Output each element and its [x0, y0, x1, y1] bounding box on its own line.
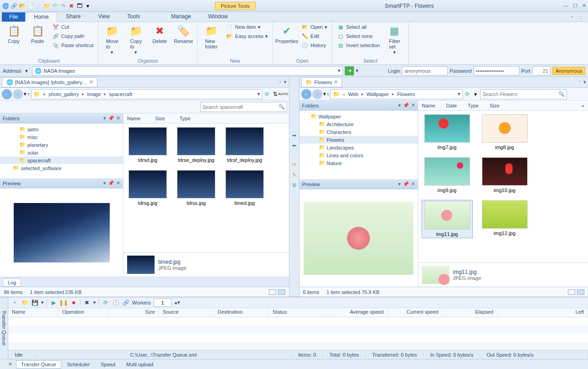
right-breadcrumb[interactable]: 📁 « Web ▸ Wallpaper ▸ Flowers ▾ — [330, 89, 463, 99]
view-icon[interactable]: ▾ — [472, 91, 479, 98]
qat-open-icon[interactable]: 📂 — [18, 2, 26, 10]
log-tab[interactable]: Log — [3, 278, 21, 287]
pin-icon[interactable]: 📌 — [108, 115, 114, 121]
tq-link-icon[interactable]: 🔗 — [122, 299, 129, 306]
tq-delete-icon[interactable]: ✖ — [83, 299, 91, 306]
nav-back-button[interactable]: ← — [2, 89, 12, 99]
tq-pause-icon[interactable]: ❚❚ — [60, 299, 67, 306]
tq-add-icon[interactable]: ＋ — [11, 299, 18, 306]
file-item[interactable]: tdrsf_deploy.jpg — [224, 127, 265, 163]
sync-icon[interactable]: ⇅ — [272, 91, 279, 98]
qat-new-icon[interactable]: 📄 — [27, 2, 34, 10]
tree-item[interactable]: 📁Architecture — [299, 120, 418, 128]
paste-button[interactable]: 📋Paste — [27, 23, 48, 45]
paste-shortcut-button[interactable]: 📎Paste shortcut — [50, 41, 95, 49]
file-item[interactable]: tdrss.jpg — [176, 170, 217, 206]
go-button[interactable]: ➜ — [345, 66, 354, 75]
tq-close-icon[interactable]: ✕ — [8, 361, 12, 367]
auto-icon[interactable]: AUTO — [280, 91, 287, 98]
tab-overflow-icon[interactable]: ⋮ ▾ — [278, 79, 287, 85]
panel-close-icon[interactable]: ✕ — [411, 181, 415, 187]
nav-history-icon[interactable]: ▾ — [323, 91, 326, 97]
file-item[interactable]: tdrse_deploy.jpg — [176, 127, 217, 163]
close-tab-icon[interactable]: ✕ — [334, 79, 338, 85]
crumb-item[interactable]: photo_gallery — [49, 91, 79, 97]
ribbon-collapse-icon[interactable]: ˄ — [571, 16, 573, 21]
sync-icon[interactable]: ⟳ — [290, 161, 298, 168]
right-search-box[interactable]: 🔍 — [480, 89, 567, 99]
easy-access-button[interactable]: 📂Easy access▾ — [224, 32, 270, 40]
tq-headers[interactable]: Name Operation Size Source Destination S… — [8, 308, 588, 317]
tree-item[interactable]: 📁Characters — [299, 128, 418, 136]
tq-play-icon[interactable]: ▶ — [50, 299, 57, 306]
transfer-queue-side-label[interactable]: Transfer Queue — [0, 297, 8, 359]
view-thumbs-icon[interactable] — [577, 289, 584, 295]
tab-transfer-queue[interactable]: Transfer Queue — [16, 360, 61, 369]
tab-tools[interactable]: Tools — [118, 11, 149, 21]
file-item[interactable]: tdrsg.jpg — [127, 170, 168, 206]
left-pane-tab[interactable]: 🌐 [NASA Images] /photo_gallery… ✕ — [2, 77, 97, 87]
close-button[interactable]: ✕ — [582, 3, 586, 9]
left-column-headers[interactable]: NameSizeType — [123, 113, 289, 123]
panel-close-icon[interactable]: ✕ — [411, 102, 415, 108]
history-button[interactable]: 🕘History — [299, 41, 329, 49]
qat-delete-icon[interactable]: ✖ — [68, 2, 75, 10]
right-column-headers[interactable]: NameDateTypeSize» — [418, 101, 588, 111]
login-password-input[interactable] — [474, 66, 519, 75]
file-item[interactable]: img8.jpg — [480, 114, 530, 150]
nav-up-icon[interactable]: ↑ — [327, 91, 330, 97]
login-port-input[interactable] — [532, 66, 551, 75]
address-history-icon[interactable]: ▾ — [356, 68, 358, 74]
address-chevron-icon[interactable]: ▾ — [338, 68, 341, 74]
tree-item[interactable]: 📁misc — [0, 133, 123, 141]
tq-workers-input[interactable] — [154, 299, 172, 307]
file-item[interactable]: img11.jpg — [422, 200, 472, 238]
tq-workers-spinner[interactable]: ▴▾ — [175, 299, 180, 305]
panel-dropdown-icon[interactable]: ▾ — [398, 102, 401, 108]
nav-forward-button[interactable]: → — [13, 89, 23, 99]
search-icon[interactable]: 🔍 — [278, 104, 285, 110]
tab-scheduler[interactable]: Scheduler — [62, 360, 95, 369]
left-search-box[interactable]: 🔍 — [200, 102, 287, 112]
edit-button[interactable]: ✏️Edit — [299, 32, 329, 40]
left-breadcrumb[interactable]: 📁 ▸ photo_gallery ▸ image ▸ spacecraft ▾ — [31, 89, 262, 99]
select-none-button[interactable]: ▢Select none — [335, 32, 382, 40]
compare-icon[interactable]: ✎ — [290, 171, 298, 178]
nav-forward-button[interactable]: → — [312, 89, 322, 99]
crumb-item[interactable]: image — [87, 91, 101, 97]
tab-view[interactable]: View — [89, 11, 118, 21]
maximize-button[interactable]: ☐ — [573, 3, 577, 9]
tree-item[interactable]: 📁selected_software — [0, 164, 123, 172]
grid-icon[interactable]: ⊞ — [290, 181, 298, 188]
crumb-item[interactable]: Flowers — [397, 91, 415, 97]
transfer-right-icon[interactable]: ➡ — [290, 132, 298, 139]
tree-item[interactable]: 📁astro — [0, 125, 123, 133]
picture-tools-contextual-tab[interactable]: Picture Tools — [215, 2, 256, 10]
panel-dropdown-icon[interactable]: ▾ — [103, 180, 106, 186]
nav-back-button[interactable]: ← — [301, 89, 311, 99]
search-icon[interactable]: 🔍 — [558, 91, 565, 97]
tab-window[interactable]: Window — [200, 11, 237, 21]
nav-history-icon[interactable]: ▾ — [24, 91, 27, 97]
qat-undo-icon[interactable]: ↶ — [51, 2, 59, 10]
rename-button[interactable]: 🏷️Rename — [172, 23, 194, 45]
tree-item[interactable]: 📁spacecraft — [0, 156, 123, 164]
qat-props-icon[interactable]: 🗔 — [76, 2, 83, 10]
nav-up-icon[interactable]: ↑ — [27, 91, 30, 97]
panel-dropdown-icon[interactable]: ▾ — [103, 115, 106, 121]
refresh-icon[interactable]: ⟳ — [464, 91, 471, 98]
help-icon[interactable]: ❔ — [577, 16, 583, 21]
move-to-button[interactable]: 📁Move to▾ — [101, 23, 123, 56]
panel-close-icon[interactable]: ✕ — [116, 115, 120, 121]
pin-icon[interactable]: 📌 — [403, 181, 409, 187]
right-search-input[interactable] — [482, 91, 558, 97]
file-item[interactable]: tdrsd.jpg — [127, 127, 168, 163]
new-folder-button[interactable]: 📁New folder — [200, 23, 222, 50]
open-button[interactable]: 📂Open▾ — [299, 23, 329, 31]
minimize-button[interactable]: — — [563, 3, 568, 9]
properties-button[interactable]: ✔Properties — [276, 23, 298, 45]
tq-retry-icon[interactable]: ⟳ — [102, 299, 109, 306]
tree-item[interactable]: 📁Flowers — [299, 136, 418, 144]
qat-view-icon[interactable]: ▾ — [84, 2, 91, 10]
filter-set-button[interactable]: ▦Filter set▾ — [384, 23, 406, 56]
